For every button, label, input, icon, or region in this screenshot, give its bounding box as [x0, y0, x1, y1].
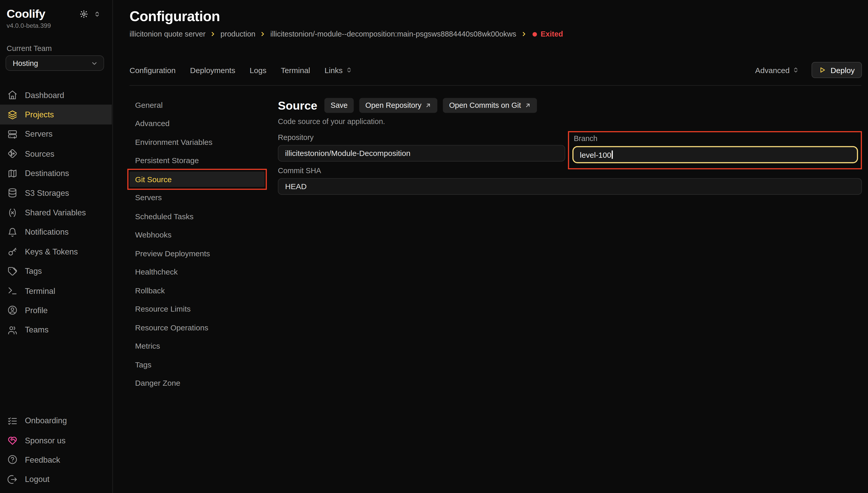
sidebar-item-label: Servers: [25, 130, 52, 138]
subnav-item-scheduled-tasks[interactable]: Scheduled Tasks: [129, 207, 264, 226]
arrow-up-right-icon: [425, 102, 431, 109]
subnav-item-servers[interactable]: Servers: [129, 188, 264, 207]
sidebar-item-onboarding[interactable]: Onboarding: [0, 411, 112, 430]
subnav-item-preview-deployments[interactable]: Preview Deployments: [129, 244, 264, 262]
home-icon: [7, 90, 18, 100]
theme-sun-icon[interactable]: [80, 10, 88, 18]
repository-field: Repository: [278, 133, 566, 162]
sidebar-item-sources[interactable]: Sources: [0, 144, 112, 164]
tabs-row: ConfigurationDeploymentsLogsTerminalLink…: [129, 62, 862, 78]
subnav-item-persistent-storage[interactable]: Persistent Storage: [129, 151, 264, 170]
subnav-item-danger-zone[interactable]: Danger Zone: [129, 374, 264, 392]
sidebar-item-dashboard[interactable]: Dashboard: [0, 85, 112, 105]
tab-configuration[interactable]: Configuration: [129, 66, 175, 74]
subnav-item-git-source[interactable]: Git Source: [129, 170, 264, 188]
tab-deployments[interactable]: Deployments: [190, 66, 235, 74]
app-version: v4.0.0-beta.399: [7, 22, 108, 29]
open-repository-label: Open Repository: [365, 101, 421, 110]
open-repository-button[interactable]: Open Repository: [359, 98, 438, 113]
sidebar-item-servers[interactable]: Servers: [0, 124, 112, 144]
save-button[interactable]: Save: [324, 98, 354, 113]
commit-sha-input[interactable]: [278, 178, 862, 195]
branch-input[interactable]: level-100: [573, 146, 858, 164]
tab-logs[interactable]: Logs: [250, 66, 267, 74]
sidebar-item-label: Notifications: [25, 228, 69, 236]
chevrons-up-down-icon: [792, 66, 800, 73]
advanced-menu-label: Advanced: [755, 66, 790, 74]
instance-switch-chevrons-icon[interactable]: [93, 10, 101, 18]
tabs-divider: [129, 85, 861, 86]
sidebar-item-label: Feedback: [25, 455, 60, 464]
sidebar-item-logout[interactable]: Logout: [0, 470, 112, 489]
terminal-icon: [7, 286, 18, 296]
help-circle-icon: [7, 454, 18, 465]
tab-links-label: Links: [324, 66, 343, 74]
status-badge: Exited: [532, 30, 563, 38]
subnav-item-rollback[interactable]: Rollback: [129, 281, 264, 300]
subnav-item-metrics[interactable]: Metrics: [129, 337, 264, 355]
branch-input-value: level-100: [580, 150, 611, 159]
status-dot-icon: [532, 32, 537, 36]
subnav-item-general[interactable]: General: [129, 96, 264, 114]
save-button-label: Save: [331, 101, 347, 110]
subnav-item-label: General: [129, 97, 264, 112]
page-title: Configuration: [129, 8, 220, 24]
chevrons-up-down-icon: [345, 66, 353, 73]
sidebar-item-terminal[interactable]: Terminal: [0, 281, 112, 301]
sidebar-item-profile[interactable]: Profile: [0, 301, 112, 320]
advanced-menu[interactable]: Advanced: [755, 66, 800, 74]
deploy-button[interactable]: Deploy: [812, 62, 862, 78]
sidebar-item-label: Destinations: [25, 169, 69, 177]
sidebar-item-tags[interactable]: Tags: [0, 261, 112, 281]
server-icon: [7, 129, 18, 140]
source-section-header: Source Save Open Repository Open Commits…: [278, 98, 862, 113]
tab-links[interactable]: Links: [324, 66, 353, 74]
subnav-item-resource-operations[interactable]: Resource Operations: [129, 318, 264, 337]
branch-label: Branch: [574, 134, 858, 143]
sidebar-item-label: Terminal: [25, 286, 55, 295]
breadcrumb-item-production[interactable]: production: [220, 30, 256, 38]
subnav-item-label: Tags: [129, 357, 264, 372]
subnav-item-advanced[interactable]: Advanced: [129, 114, 264, 133]
layers-icon: [7, 109, 18, 120]
git-source-panel: Source Save Open Repository Open Commits…: [278, 98, 862, 195]
commit-sha-field: Commit SHA: [278, 166, 862, 195]
sidebar-item-label: Profile: [25, 306, 48, 315]
sidebar-item-s3-storages[interactable]: S3 Storages: [0, 183, 112, 203]
repository-input[interactable]: [278, 145, 566, 162]
bell-icon: [7, 227, 18, 237]
sidebar-item-sponsor-us[interactable]: Sponsor us: [0, 430, 112, 450]
open-commits-button[interactable]: Open Commits on Git: [443, 98, 537, 113]
subnav-item-label: Git Source: [129, 172, 264, 187]
sidebar-item-notifications[interactable]: Notifications: [0, 222, 112, 242]
sidebar-item-destinations[interactable]: Destinations: [0, 164, 112, 183]
team-select-value: Hosting: [13, 59, 38, 67]
sidebar-item-projects[interactable]: Projects: [0, 105, 112, 124]
sidebar-item-feedback[interactable]: Feedback: [0, 450, 112, 470]
subnav-item-label: Rollback: [129, 283, 264, 298]
breadcrumb-item-illicitonion-quote-server[interactable]: illicitonion quote server: [129, 30, 206, 38]
subnav-item-webhooks[interactable]: Webhooks: [129, 226, 264, 244]
tab-terminal[interactable]: Terminal: [281, 66, 310, 74]
sidebar-item-shared-variables[interactable]: Shared Variables: [0, 203, 112, 222]
sidebar-item-keys-tokens[interactable]: Keys & Tokens: [0, 242, 112, 261]
subnav-item-label: Resource Operations: [129, 320, 264, 335]
sidebar-item-teams[interactable]: Teams: [0, 320, 112, 340]
header-actions: Advanced Deploy: [755, 62, 862, 78]
breadcrumb-item-illicitestonion-module-decompo[interactable]: illicitestonion/-module--decomposition:m…: [270, 30, 516, 38]
subnav-item-tags[interactable]: Tags: [129, 355, 264, 374]
sidebar-footer-nav: OnboardingSponsor usFeedbackLogout: [0, 411, 112, 489]
sidebar-item-label: Dashboard: [25, 90, 64, 99]
subnav-item-healthcheck[interactable]: Healthcheck: [129, 262, 264, 281]
heart-handshake-icon: [7, 435, 18, 445]
settings-subnav: GeneralAdvancedEnvironment VariablesPers…: [129, 96, 264, 392]
deploy-button-label: Deploy: [831, 66, 855, 74]
chevron-right-icon: [521, 31, 527, 37]
chevron-right-icon: [260, 31, 266, 37]
repository-label: Repository: [278, 133, 566, 142]
subnav-item-resource-limits[interactable]: Resource Limits: [129, 300, 264, 318]
sidebar-item-label: Teams: [25, 325, 49, 334]
sidebar-item-label: Shared Variables: [25, 208, 86, 217]
subnav-item-environment-variables[interactable]: Environment Variables: [129, 133, 264, 151]
team-select[interactable]: Hosting: [6, 55, 104, 71]
